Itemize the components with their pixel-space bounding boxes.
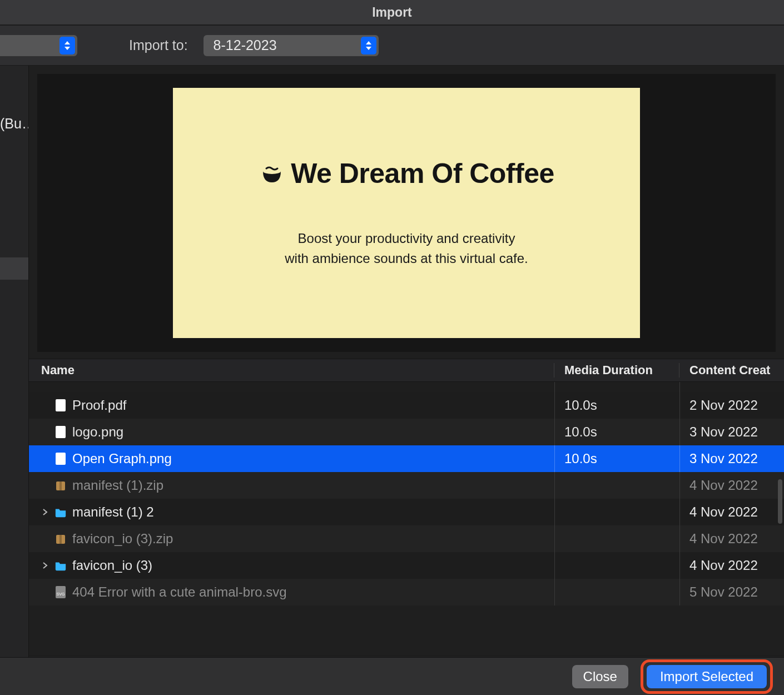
file-table: Name Media Duration Content Creat Proof.…: [29, 359, 784, 664]
file-name: manifest (1) 2: [72, 504, 154, 520]
zip-icon: [54, 532, 67, 546]
import-to-label: Import to:: [129, 37, 188, 53]
tutorial-highlight: Import Selected: [641, 659, 773, 694]
file-created: 2 Nov 2022: [689, 398, 758, 413]
file-duration: 10.0s: [564, 424, 597, 439]
import-to-dropdown[interactable]: 8-12-2023: [204, 35, 379, 56]
file-created: 4 Nov 2022: [689, 478, 758, 493]
vertical-scrollbar[interactable]: [776, 382, 784, 656]
file-created: 3 Nov 2022: [689, 424, 758, 439]
import-selected-button[interactable]: Import Selected: [647, 665, 767, 688]
preview-sub-line1: Boost your productivity and creativity: [285, 229, 528, 249]
svg-rect-8: [59, 481, 62, 490]
chevron-right-icon[interactable]: [41, 508, 49, 516]
preview-title: We Dream Of Coffee: [291, 157, 554, 190]
folder-icon: [54, 558, 67, 573]
coffee-cup-icon: [259, 160, 285, 187]
preview-subtitle: Boost your productivity and creativity w…: [285, 229, 528, 269]
zip-icon: [54, 478, 67, 493]
file-name: logo.png: [72, 424, 123, 440]
col-created[interactable]: Content Creat: [679, 363, 784, 378]
file-created: 4 Nov 2022: [689, 558, 758, 573]
svg-rect-3: [56, 426, 66, 438]
table-row[interactable]: logo.png10.0s3 Nov 2022: [29, 419, 784, 445]
updown-icon: [361, 37, 376, 54]
file-name: favicon_io (3).zip: [72, 531, 173, 547]
svg-rect-5: [56, 453, 66, 465]
file-name: favicon_io (3): [72, 558, 152, 573]
close-button[interactable]: Close: [572, 665, 628, 688]
file-created: 3 Nov 2022: [689, 451, 758, 466]
svg-rect-1: [56, 399, 66, 411]
doc-icon: [54, 451, 67, 466]
table-row[interactable]: Open Graph.png10.0s3 Nov 2022: [29, 445, 784, 472]
footer-bar: Close Import Selected: [0, 657, 784, 695]
svg-rect-10: [59, 535, 62, 544]
device-dropdown[interactable]: [0, 35, 77, 56]
table-header: Name Media Duration Content Creat: [29, 359, 784, 382]
title-bar: Import: [0, 0, 784, 25]
svg-rect-2: [57, 406, 64, 409]
svg-text:SVG: SVG: [57, 592, 65, 596]
toolbar: Import to: 8-12-2023: [0, 26, 784, 66]
chevron-right-icon[interactable]: [41, 562, 49, 569]
sidebar-selection-band: [0, 257, 28, 280]
preview-thumbnail: We Dream Of Coffee Boost your productivi…: [173, 88, 640, 338]
table-body: Proof.pdf10.0s2 Nov 2022logo.png10.0s3 N…: [29, 382, 784, 656]
file-created: 4 Nov 2022: [689, 531, 758, 546]
import-to-value: 8-12-2023: [214, 37, 355, 53]
updown-icon: [59, 37, 75, 54]
table-row[interactable]: manifest (1).zip4 Nov 2022: [29, 472, 784, 499]
file-name: Proof.pdf: [72, 398, 126, 413]
folder-icon: [54, 505, 67, 519]
table-row[interactable]: manifest (1) 24 Nov 2022: [29, 499, 784, 525]
col-duration[interactable]: Media Duration: [554, 363, 679, 378]
preview-area: We Dream Of Coffee Boost your productivi…: [37, 74, 776, 352]
file-name: manifest (1).zip: [72, 478, 163, 493]
file-duration: 10.0s: [564, 398, 597, 413]
file-duration: 10.0s: [564, 451, 597, 466]
svg-rect-6: [57, 459, 64, 463]
preview-sub-line2: with ambience sounds at this virtual caf…: [285, 249, 528, 269]
file-name: 404 Error with a cute animal-bro.svg: [72, 584, 287, 600]
doc-icon: [54, 398, 67, 413]
scrollbar-thumb[interactable]: [778, 479, 782, 524]
main-panel: We Dream Of Coffee Boost your productivi…: [29, 66, 784, 664]
file-name: Open Graph.png: [72, 451, 172, 466]
sidebar-device-truncated[interactable]: (Bu…: [0, 116, 29, 132]
svgk-icon: SVG: [54, 585, 67, 599]
col-name[interactable]: Name: [29, 363, 554, 378]
device-sidebar: (Bu…: [0, 66, 29, 664]
table-row[interactable]: Proof.pdf10.0s2 Nov 2022: [29, 392, 784, 419]
doc-icon: [54, 425, 67, 439]
table-row[interactable]: SVG404 Error with a cute animal-bro.svg5…: [29, 579, 784, 605]
file-created: 4 Nov 2022: [689, 504, 758, 519]
window-title: Import: [372, 5, 412, 20]
svg-rect-4: [57, 433, 64, 436]
file-created: 5 Nov 2022: [689, 584, 758, 599]
table-row[interactable]: favicon_io (3)4 Nov 2022: [29, 552, 784, 579]
table-row[interactable]: favicon_io (3).zip4 Nov 2022: [29, 525, 784, 552]
table-row-partial: [29, 382, 784, 392]
